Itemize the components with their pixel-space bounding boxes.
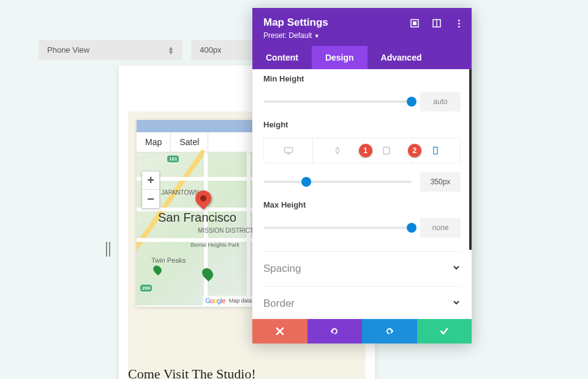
check-icon [439, 326, 449, 336]
map-tab-satellite[interactable]: Satel [171, 132, 208, 152]
section-heading: Come Visit The Studio! [128, 366, 256, 379]
height-label: Height [263, 120, 461, 129]
redo-icon [385, 326, 394, 336]
tab-content[interactable]: Content [252, 46, 312, 69]
redo-button[interactable] [362, 319, 417, 343]
device-phone-button[interactable]: 2 [412, 138, 460, 163]
save-button[interactable] [417, 319, 472, 343]
max-height-label: Max Height [263, 200, 461, 209]
tablet-icon [382, 146, 391, 156]
settings-panel: Map Settings Preset: Default ▼ Content D… [252, 8, 472, 343]
min-height-label: Min Height [263, 74, 461, 83]
device-hover-button[interactable] [313, 138, 362, 163]
height-input[interactable]: 350px [420, 172, 461, 192]
accordion-spacing-title: Spacing [263, 263, 301, 275]
more-menu-icon[interactable] [454, 19, 463, 28]
google-logo: Google [205, 297, 225, 304]
caret-down-icon: ▼ [314, 33, 320, 39]
road-shield-101: 101 [167, 156, 179, 162]
accordion-border[interactable]: Border [263, 286, 461, 319]
scrollbar[interactable] [469, 69, 472, 250]
callout-badge-2: 2 [408, 144, 421, 157]
view-mode-label: Phone View [47, 45, 89, 54]
viewport-width-select[interactable]: 400px [191, 40, 252, 60]
undo-icon [330, 326, 339, 336]
cancel-button[interactable] [252, 319, 307, 343]
device-tablet-button[interactable]: 1 [363, 138, 412, 163]
map-city-label: San Francisco [158, 211, 236, 225]
min-height-slider[interactable] [263, 100, 412, 103]
phone-icon [431, 146, 440, 156]
tab-advanced[interactable]: Advanced [368, 46, 435, 69]
device-desktop-button[interactable] [264, 138, 313, 163]
viewport-width-label: 400px [200, 45, 221, 54]
desktop-icon [284, 146, 293, 156]
map-district-japantown: JAPANTOWN [161, 189, 199, 196]
expand-icon[interactable] [410, 19, 419, 28]
tab-design[interactable]: Design [312, 46, 368, 69]
svg-rect-1 [413, 21, 417, 25]
min-height-input[interactable]: auto [420, 92, 461, 111]
undo-button[interactable] [307, 319, 363, 343]
map-tab-map[interactable]: Map [137, 132, 171, 152]
height-slider[interactable] [263, 181, 412, 183]
road-shield-280: 280 [140, 285, 152, 291]
map-pin-icon [195, 190, 211, 212]
accordion-spacing[interactable]: Spacing [263, 251, 461, 286]
preset-dropdown[interactable]: Preset: Default ▼ [263, 31, 461, 40]
max-height-slider[interactable] [263, 227, 412, 229]
max-height-input[interactable]: none [420, 218, 461, 238]
map-district-bernal: Bernal Heights Park [190, 242, 239, 248]
svg-rect-7 [383, 147, 390, 154]
callout-badge-1: 1 [359, 144, 372, 157]
map-district-mission: MISSION DISTRICT [198, 227, 254, 234]
snap-icon[interactable] [432, 19, 441, 28]
svg-rect-8 [434, 147, 437, 154]
view-mode-select[interactable]: Phone View ▲▼ [39, 40, 183, 60]
resize-handle[interactable] [106, 242, 110, 257]
select-arrows-icon: ▲▼ [168, 46, 174, 54]
svg-rect-4 [284, 148, 292, 152]
zoom-in-button[interactable]: + [142, 171, 159, 190]
chevron-down-icon [452, 298, 461, 309]
map-district-twinpeaks: Twin Peaks [151, 257, 186, 264]
zoom-out-button[interactable]: − [142, 190, 159, 208]
pin-icon [333, 146, 342, 156]
chevron-down-icon [452, 263, 461, 274]
panel-header[interactable]: Map Settings Preset: Default ▼ [252, 8, 472, 46]
accordion-border-title: Border [263, 298, 295, 310]
close-icon [275, 326, 285, 336]
